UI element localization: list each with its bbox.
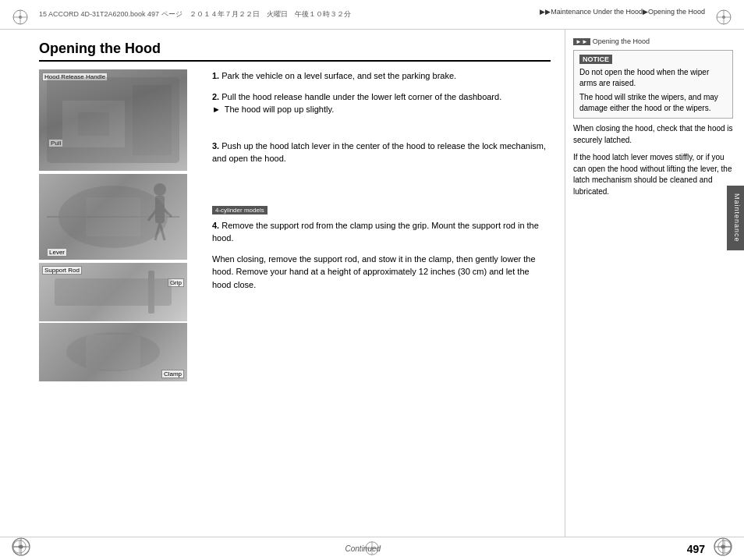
step-2-text: Pull the hood release handle under the l… bbox=[221, 92, 501, 101]
svg-point-36 bbox=[19, 545, 23, 549]
step-2-arrow-text: The hood will pop up slightly. bbox=[225, 105, 334, 114]
closing-text: When closing, remove the support rod, an… bbox=[212, 253, 551, 292]
cross-ref-bar: ►► Opening the Hood bbox=[573, 37, 733, 45]
content-row: Hood Release Handle Pull Le bbox=[39, 69, 551, 385]
svg-line-20 bbox=[160, 223, 165, 240]
svg-point-7 bbox=[722, 16, 725, 19]
bottom-right-large-compass bbox=[713, 537, 733, 558]
main-content: Opening the Hood Hood Release Handle Pul… bbox=[0, 30, 744, 537]
clamp-image: Clamp bbox=[39, 323, 195, 381]
svg-point-44 bbox=[370, 547, 374, 550]
lever-image: Lever bbox=[39, 174, 195, 260]
cross-ref-text: Opening the Hood bbox=[593, 37, 650, 45]
top-right-compass bbox=[714, 8, 733, 28]
svg-point-15 bbox=[154, 183, 166, 196]
svg-line-19 bbox=[155, 223, 160, 240]
left-panel: Opening the Hood Hood Release Handle Pul… bbox=[0, 30, 565, 537]
step-1-text: Park the vehicle on a level surface, and… bbox=[221, 71, 456, 80]
maintenance-tab: Maintenance bbox=[727, 186, 744, 250]
step-4-text: Remove the support rod from the clamp us… bbox=[212, 221, 539, 243]
page-number: 497 bbox=[687, 543, 705, 555]
svg-rect-11 bbox=[78, 112, 109, 136]
cross-ref-marker: ►► bbox=[573, 38, 590, 45]
step-3-num: 3. bbox=[212, 141, 219, 151]
page-title: Opening the Hood bbox=[39, 41, 551, 62]
svg-rect-22 bbox=[148, 271, 154, 314]
step-3: 3. Push up the hood latch lever in the c… bbox=[212, 140, 551, 165]
step-2-num: 2. bbox=[212, 92, 219, 101]
top-left-compass bbox=[11, 8, 30, 28]
right-sidebar: ►► Opening the Hood NOTICE Do not open t… bbox=[565, 30, 744, 537]
svg-rect-10 bbox=[133, 85, 172, 155]
notice-line-2: The hood will strike the wipers, and may… bbox=[579, 92, 727, 114]
step-1-num: 1. bbox=[212, 71, 219, 80]
step-2: 2. Pull the hood release handle under th… bbox=[212, 90, 551, 116]
notice-title: NOTICE bbox=[579, 55, 612, 64]
bottom-left-large-compass bbox=[11, 537, 31, 558]
svg-point-40 bbox=[721, 545, 725, 549]
steps-section: 1. Park the vehicle on a level surface, … bbox=[212, 69, 551, 385]
step-4: 4. Remove the support rod from the clamp… bbox=[212, 219, 551, 245]
svg-rect-24 bbox=[86, 335, 140, 370]
support-rod-image: Support Rod Grip bbox=[39, 263, 195, 321]
notice-box: NOTICE Do not open the hood when the wip… bbox=[573, 50, 733, 119]
notice-line-1: Do not open the hood when the wiper arms… bbox=[579, 67, 727, 89]
step-4-num: 4. bbox=[212, 221, 219, 230]
bottom-center-compass bbox=[363, 540, 381, 558]
arrow-bullet-1: ► bbox=[212, 105, 221, 114]
sidebar-para-1: When closing the hood, check that the ho… bbox=[573, 123, 733, 146]
step-1: 1. Park the vehicle on a level surface, … bbox=[212, 69, 551, 83]
sidebar-para-2: If the hood latch lever moves stiffly, o… bbox=[573, 152, 733, 197]
images-column: Hood Release Handle Pull Le bbox=[39, 69, 195, 385]
hood-release-image: Hood Release Handle Pull bbox=[39, 69, 195, 171]
svg-point-3 bbox=[19, 16, 22, 19]
four-cylinder-badge: 4-cylinder models bbox=[212, 206, 267, 214]
breadcrumb: ▶▶Maintenance Under the Hood▶Opening the… bbox=[540, 8, 705, 16]
closing-paragraph: When closing, remove the support rod, an… bbox=[212, 254, 536, 289]
step-3-text: Push up the hood latch lever in the cent… bbox=[212, 141, 546, 164]
step-4-block: 4-cylinder models 4. Remove the support … bbox=[212, 204, 551, 245]
